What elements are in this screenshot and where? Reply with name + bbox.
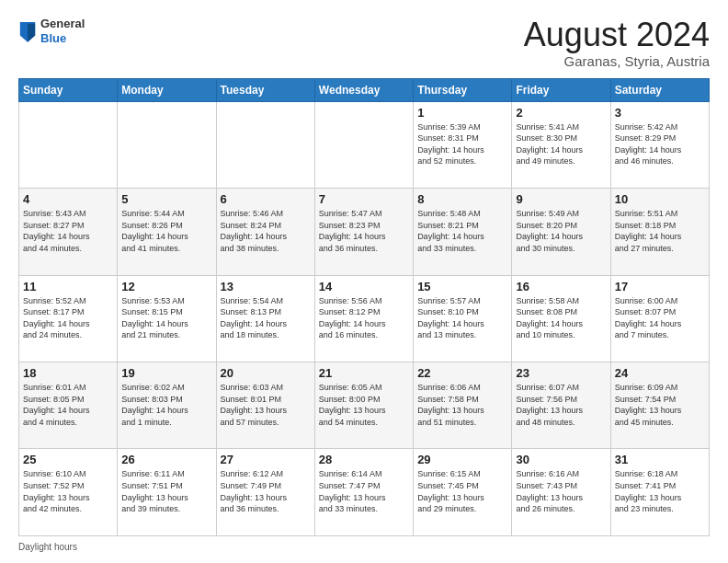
cell-4-4: 29Sunrise: 6:15 AMSunset: 7:45 PMDayligh… [414,449,512,536]
calendar-table: Sunday Monday Tuesday Wednesday Thursday… [18,78,710,536]
cell-3-2: 20Sunrise: 6:03 AMSunset: 8:01 PMDayligh… [216,362,314,449]
day-number-0-5: 2 [516,106,606,120]
day-info-2-1: Sunrise: 5:53 AMSunset: 8:15 PMDaylight:… [121,295,211,341]
cell-0-4: 1Sunrise: 5:39 AMSunset: 8:31 PMDaylight… [414,101,512,188]
cell-4-6: 31Sunrise: 6:18 AMSunset: 7:41 PMDayligh… [610,449,709,536]
day-number-3-5: 23 [516,366,606,380]
day-info-2-0: Sunrise: 5:52 AMSunset: 8:17 PMDaylight:… [23,295,113,341]
cell-4-1: 26Sunrise: 6:11 AMSunset: 7:51 PMDayligh… [118,449,216,536]
day-number-4-3: 28 [319,453,409,466]
day-info-3-0: Sunrise: 6:01 AMSunset: 8:05 PMDaylight:… [23,382,113,428]
day-number-0-6: 3 [615,106,705,120]
day-number-2-6: 17 [615,280,705,293]
col-wednesday: Wednesday [314,78,413,101]
day-info-2-5: Sunrise: 5:58 AMSunset: 8:08 PMDaylight:… [516,295,606,341]
day-number-4-2: 27 [221,453,311,466]
day-info-0-5: Sunrise: 5:41 AMSunset: 8:30 PMDaylight:… [516,121,606,167]
logo-text: General Blue [40,17,85,45]
day-number-4-4: 29 [417,453,507,466]
cell-1-0: 4Sunrise: 5:43 AMSunset: 8:27 PMDaylight… [19,189,118,275]
day-info-3-1: Sunrise: 6:02 AMSunset: 8:03 PMDaylight:… [121,382,211,428]
header: General Blue August 2024 Garanas, Styria… [18,17,710,69]
col-sunday: Sunday [19,78,118,101]
day-info-1-6: Sunrise: 5:51 AMSunset: 8:18 PMDaylight:… [615,208,705,254]
day-info-3-6: Sunrise: 6:09 AMSunset: 7:54 PMDaylight:… [615,382,705,428]
cell-2-6: 17Sunrise: 6:00 AMSunset: 8:07 PMDayligh… [610,275,709,362]
day-number-3-4: 22 [417,366,507,380]
cell-4-0: 25Sunrise: 6:10 AMSunset: 7:52 PMDayligh… [19,449,118,536]
cell-3-6: 24Sunrise: 6:09 AMSunset: 7:54 PMDayligh… [610,362,709,449]
cell-1-1: 5Sunrise: 5:44 AMSunset: 8:26 PMDaylight… [118,189,216,275]
week-row-1: 4Sunrise: 5:43 AMSunset: 8:27 PMDaylight… [19,189,710,275]
page: General Blue August 2024 Garanas, Styria… [0,0,728,563]
day-info-1-2: Sunrise: 5:46 AMSunset: 8:24 PMDaylight:… [221,208,311,254]
day-info-4-6: Sunrise: 6:18 AMSunset: 7:41 PMDaylight:… [615,468,705,514]
cell-3-5: 23Sunrise: 6:07 AMSunset: 7:56 PMDayligh… [512,362,610,449]
col-saturday: Saturday [610,78,709,101]
logo: General Blue [18,17,85,45]
week-row-2: 11Sunrise: 5:52 AMSunset: 8:17 PMDayligh… [19,275,710,362]
footer-label: Daylight hours [18,542,77,552]
day-number-3-1: 19 [121,366,211,380]
day-number-1-3: 7 [319,192,409,206]
cell-1-6: 10Sunrise: 5:51 AMSunset: 8:18 PMDayligh… [610,189,709,275]
day-info-4-3: Sunrise: 6:14 AMSunset: 7:47 PMDaylight:… [319,468,409,514]
day-number-1-2: 6 [221,192,311,206]
cell-4-3: 28Sunrise: 6:14 AMSunset: 7:47 PMDayligh… [314,449,413,536]
day-info-1-3: Sunrise: 5:47 AMSunset: 8:23 PMDaylight:… [319,208,409,254]
day-info-0-4: Sunrise: 5:39 AMSunset: 8:31 PMDaylight:… [417,121,507,167]
subtitle: Garanas, Styria, Austria [524,53,710,69]
day-number-4-1: 26 [121,453,211,466]
day-info-2-2: Sunrise: 5:54 AMSunset: 8:13 PMDaylight:… [221,295,311,341]
logo-general: General [40,17,85,31]
day-number-2-2: 13 [221,280,311,293]
day-info-2-6: Sunrise: 6:00 AMSunset: 8:07 PMDaylight:… [615,295,705,341]
col-tuesday: Tuesday [216,78,314,101]
day-number-1-5: 9 [516,192,606,206]
footer: Daylight hours [18,542,710,552]
cell-0-0 [19,101,118,188]
day-info-0-6: Sunrise: 5:42 AMSunset: 8:29 PMDaylight:… [615,121,705,167]
day-number-4-0: 25 [23,453,113,466]
day-info-1-0: Sunrise: 5:43 AMSunset: 8:27 PMDaylight:… [23,208,113,254]
day-info-4-4: Sunrise: 6:15 AMSunset: 7:45 PMDaylight:… [417,468,507,514]
cell-0-5: 2Sunrise: 5:41 AMSunset: 8:30 PMDaylight… [512,101,610,188]
day-number-3-6: 24 [615,366,705,380]
col-friday: Friday [512,78,610,101]
day-number-1-0: 4 [23,192,113,206]
cell-1-5: 9Sunrise: 5:49 AMSunset: 8:20 PMDaylight… [512,189,610,275]
cell-2-2: 13Sunrise: 5:54 AMSunset: 8:13 PMDayligh… [216,275,314,362]
title-block: August 2024 Garanas, Styria, Austria [524,17,710,69]
day-info-3-5: Sunrise: 6:07 AMSunset: 7:56 PMDaylight:… [516,382,606,428]
day-number-3-2: 20 [221,366,311,380]
cell-2-3: 14Sunrise: 5:56 AMSunset: 8:12 PMDayligh… [314,275,413,362]
week-row-4: 25Sunrise: 6:10 AMSunset: 7:52 PMDayligh… [19,449,710,536]
week-row-0: 1Sunrise: 5:39 AMSunset: 8:31 PMDaylight… [19,101,710,188]
day-info-3-4: Sunrise: 6:06 AMSunset: 7:58 PMDaylight:… [417,382,507,428]
cell-1-2: 6Sunrise: 5:46 AMSunset: 8:24 PMDaylight… [216,189,314,275]
day-info-4-1: Sunrise: 6:11 AMSunset: 7:51 PMDaylight:… [121,468,211,514]
cell-3-3: 21Sunrise: 6:05 AMSunset: 8:00 PMDayligh… [314,362,413,449]
day-number-3-0: 18 [23,366,113,380]
day-number-4-5: 30 [516,453,606,466]
day-number-1-4: 8 [417,192,507,206]
day-number-0-4: 1 [417,106,507,120]
cell-3-0: 18Sunrise: 6:01 AMSunset: 8:05 PMDayligh… [19,362,118,449]
svg-marker-1 [28,23,35,41]
day-number-2-0: 11 [23,280,113,293]
cell-3-4: 22Sunrise: 6:06 AMSunset: 7:58 PMDayligh… [414,362,512,449]
col-thursday: Thursday [414,78,512,101]
day-number-3-3: 21 [319,366,409,380]
cell-2-4: 15Sunrise: 5:57 AMSunset: 8:10 PMDayligh… [414,275,512,362]
cell-2-1: 12Sunrise: 5:53 AMSunset: 8:15 PMDayligh… [118,275,216,362]
day-info-1-1: Sunrise: 5:44 AMSunset: 8:26 PMDaylight:… [121,208,211,254]
cell-2-5: 16Sunrise: 5:58 AMSunset: 8:08 PMDayligh… [512,275,610,362]
day-number-1-6: 10 [615,192,705,206]
cell-1-4: 8Sunrise: 5:48 AMSunset: 8:21 PMDaylight… [414,189,512,275]
cell-3-1: 19Sunrise: 6:02 AMSunset: 8:03 PMDayligh… [118,362,216,449]
day-number-4-6: 31 [615,453,705,466]
cell-2-0: 11Sunrise: 5:52 AMSunset: 8:17 PMDayligh… [19,275,118,362]
day-info-2-4: Sunrise: 5:57 AMSunset: 8:10 PMDaylight:… [417,295,507,341]
logo-icon [18,20,37,42]
main-title: August 2024 [524,17,710,53]
